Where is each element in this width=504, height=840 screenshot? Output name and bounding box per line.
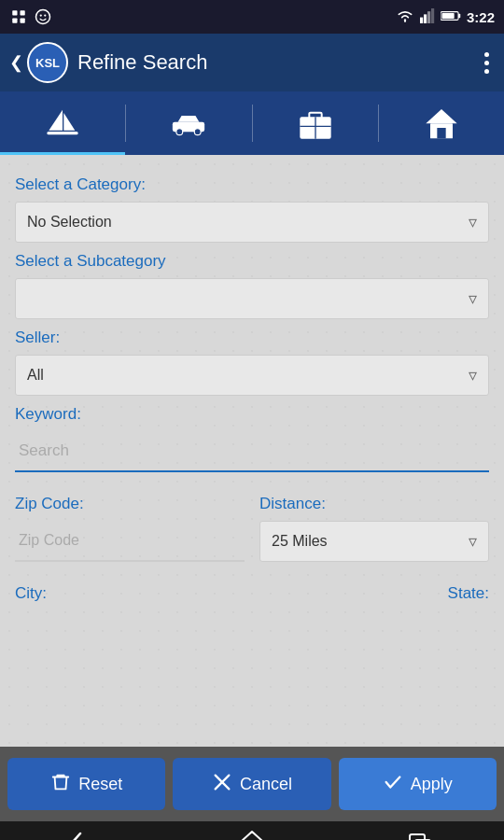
notification-icon [9,7,28,26]
zipcode-input[interactable] [15,521,245,562]
svg-rect-0 [12,10,17,15]
tab-boats[interactable] [0,91,125,155]
svg-point-5 [40,14,42,16]
back-icon[interactable]: ❮ [9,52,23,73]
menu-button[interactable] [479,47,495,79]
recents-nav-icon[interactable] [407,829,433,840]
keyword-label: Keyword: [15,405,489,424]
svg-rect-3 [21,19,25,23]
svg-marker-24 [426,109,456,123]
reset-button[interactable]: Reset [7,758,165,810]
seller-value: All [27,367,44,384]
svg-rect-10 [431,8,434,23]
svg-point-6 [44,14,46,16]
tab-cars[interactable] [126,91,251,155]
status-time: 3:22 [467,9,495,25]
distance-value: 25 Miles [272,533,328,550]
svg-rect-8 [424,14,427,23]
seller-dropdown[interactable]: All ▿ [15,355,489,396]
status-bar: 3:22 [0,0,504,34]
svg-rect-2 [12,19,17,23]
distance-label: Distance: [259,495,489,513]
distance-arrow-icon: ▿ [469,531,477,552]
back-nav-icon[interactable] [71,832,97,840]
toolbar-title: Refine Search [77,50,479,75]
state-label: State: [259,584,489,603]
content-area: Select a Category: No Selection ▿ Select… [0,155,504,747]
category-arrow-icon: ▿ [469,212,477,232]
svg-rect-9 [427,11,430,23]
signal-icon [420,8,435,26]
svg-marker-14 [49,109,63,130]
svg-rect-16 [47,132,77,134]
smiley-icon [34,7,52,26]
distance-dropdown[interactable]: 25 Miles ▿ [259,521,489,562]
ksl-logo: KSL [27,42,68,83]
svg-marker-15 [63,113,75,131]
svg-rect-12 [458,13,460,17]
svg-rect-1 [21,10,25,15]
svg-marker-30 [242,832,262,840]
category-value: No Selection [27,214,112,231]
svg-point-19 [195,129,202,135]
cancel-icon [212,772,232,797]
category-label: Select a Category: [15,175,489,194]
subcategory-dropdown[interactable]: ▿ [15,278,489,319]
tab-bar [0,91,504,155]
subcategory-label: Select a Subcategory [15,252,489,271]
svg-rect-13 [441,13,454,19]
zipcode-label: Zip Code: [15,495,245,513]
home-nav-icon[interactable] [239,829,265,840]
cancel-label: Cancel [240,775,292,794]
status-right: 3:22 [396,8,495,26]
wifi-icon [396,8,414,26]
action-bar: Reset Cancel Apply [0,747,504,821]
reset-label: Reset [78,775,122,794]
trash-icon [50,772,71,797]
check-icon [383,772,403,797]
cancel-button[interactable]: Cancel [173,758,330,810]
status-left [9,7,52,26]
category-dropdown[interactable]: No Selection ▿ [15,202,489,243]
toolbar: ❮ KSL Refine Search [0,34,504,91]
svg-point-4 [36,10,50,24]
apply-button[interactable]: Apply [339,758,497,810]
svg-rect-26 [437,128,445,138]
cars-icon [170,105,207,142]
boats-icon [44,104,81,141]
forsale-icon [297,105,334,142]
seller-arrow-icon: ▿ [469,365,477,385]
subcategory-arrow-icon: ▿ [469,288,477,309]
battery-icon [441,9,461,25]
apply-label: Apply [411,775,453,794]
tab-home[interactable] [379,91,504,155]
nav-bar [0,821,504,840]
home-icon [423,105,460,142]
keyword-input[interactable] [15,431,489,472]
svg-rect-7 [420,17,423,22]
svg-point-18 [176,129,183,135]
tab-forsale[interactable] [253,91,378,155]
seller-label: Seller: [15,329,489,347]
city-label: City: [15,584,245,603]
